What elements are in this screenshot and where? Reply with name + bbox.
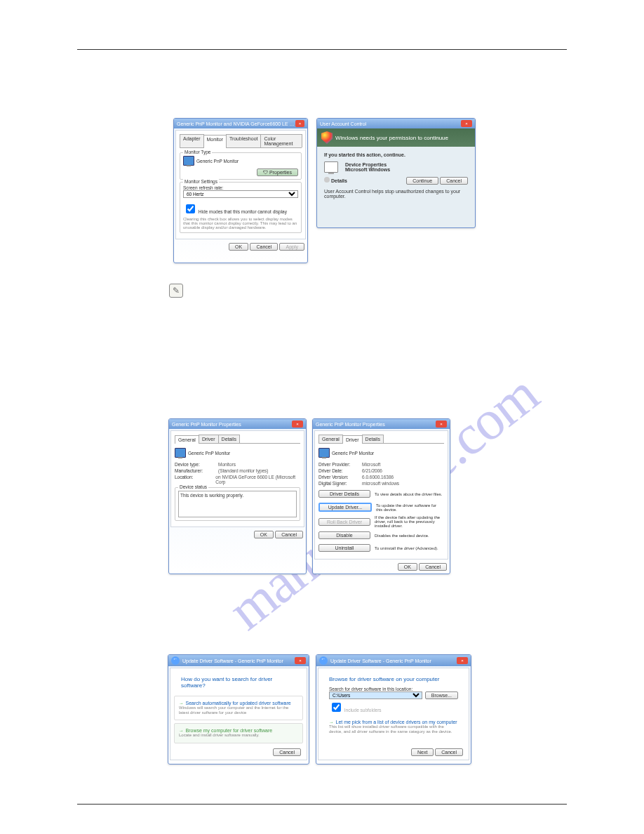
apply-button[interactable]: Apply bbox=[279, 243, 304, 251]
disable-desc: Disables the selected device. bbox=[375, 534, 444, 538]
back-icon[interactable]: ← bbox=[171, 656, 180, 665]
cancel-button[interactable]: Cancel bbox=[440, 177, 468, 185]
cancel-button[interactable]: Cancel bbox=[250, 243, 278, 251]
browse-button[interactable]: Browse... bbox=[425, 691, 458, 699]
prog-name: Device Properties bbox=[345, 162, 390, 167]
monitor-type-label: Monitor Type bbox=[183, 150, 212, 154]
status-text: This device is working properly. bbox=[178, 491, 297, 517]
hide-modes-checkbox[interactable] bbox=[186, 204, 195, 213]
button-row: OK Cancel Apply bbox=[174, 241, 307, 253]
update-driver-button[interactable]: Update Driver... bbox=[318, 503, 372, 512]
question: How do you want to search for driver sof… bbox=[174, 672, 303, 693]
hr-top bbox=[77, 49, 567, 50]
title-bar[interactable]: Generic PnP Monitor Properties× bbox=[313, 419, 450, 429]
tab-driver[interactable]: Driver bbox=[342, 435, 363, 444]
close-icon[interactable]: × bbox=[436, 421, 447, 428]
vendor-name: Microsoft Windows bbox=[345, 167, 390, 172]
rollback-button[interactable]: Roll Back Driver bbox=[318, 518, 370, 526]
location-label: Search for driver software in this locat… bbox=[322, 687, 465, 691]
title-text: Update Driver Software - Generic PnP Mon… bbox=[330, 658, 457, 663]
auto-title: Search automatically for updated driver … bbox=[186, 701, 291, 706]
pick-title: Let me pick from a list of device driver… bbox=[336, 720, 457, 724]
monitor-name: Generic PnP Monitor bbox=[196, 159, 239, 164]
hr-bot bbox=[77, 804, 567, 805]
title-text: User Account Control bbox=[320, 121, 366, 126]
title-bar[interactable]: ←Update Driver Software - Generic PnP Mo… bbox=[168, 655, 309, 666]
v-date: 6/21/2006 bbox=[362, 468, 382, 473]
close-icon[interactable]: × bbox=[461, 120, 472, 127]
monitor-props-dialog: Generic PnP Monitor and NVIDIA GeForce66… bbox=[173, 118, 308, 263]
cancel-button[interactable]: Cancel bbox=[273, 748, 301, 756]
tab-monitor[interactable]: Monitor bbox=[203, 135, 227, 148]
close-icon[interactable]: × bbox=[457, 657, 468, 664]
continue-button[interactable]: Continue bbox=[406, 177, 438, 185]
browse-option[interactable]: →Browse my computer for driver softwareL… bbox=[174, 723, 303, 743]
uac-dialog: User Account Control× Windows needs your… bbox=[316, 118, 476, 228]
close-icon[interactable]: × bbox=[292, 421, 303, 428]
tabs: General Driver Details bbox=[318, 435, 444, 444]
tab-driver[interactable]: Driver bbox=[199, 435, 219, 443]
properties-button[interactable]: 🛡 Properties bbox=[257, 168, 298, 176]
tab-adapter[interactable]: Adapter bbox=[180, 134, 204, 147]
tab-general[interactable]: General bbox=[175, 435, 199, 444]
heading: Browse for driver software on your compu… bbox=[322, 672, 465, 687]
close-icon[interactable]: × bbox=[295, 657, 306, 664]
path-select[interactable]: C:\Users bbox=[329, 691, 422, 699]
cancel-button[interactable]: Cancel bbox=[275, 531, 303, 538]
k-date: Driver Date: bbox=[318, 468, 355, 473]
v-mfr: (Standard monitor types) bbox=[218, 468, 269, 473]
device-name: Generic PnP Monitor bbox=[188, 451, 230, 456]
title-bar[interactable]: Generic PnP Monitor Properties× bbox=[169, 419, 306, 429]
started-text: If you started this action, continue. bbox=[324, 152, 468, 157]
disable-button[interactable]: Disable bbox=[318, 531, 370, 539]
uninstall-button[interactable]: Uninstall bbox=[318, 544, 370, 552]
cancel-button[interactable]: Cancel bbox=[435, 748, 463, 756]
back-icon[interactable]: ← bbox=[319, 656, 328, 665]
update-wizard-1: ←Update Driver Software - Generic PnP Mo… bbox=[168, 654, 309, 764]
title-text: Generic PnP Monitor Properties bbox=[172, 422, 241, 427]
tab-troubleshoot[interactable]: Troubleshoot bbox=[226, 134, 262, 147]
monitor-icon bbox=[318, 448, 330, 458]
ok-button[interactable]: OK bbox=[254, 531, 274, 538]
device-name: Generic PnP Monitor bbox=[332, 451, 374, 456]
tab-details[interactable]: Details bbox=[362, 435, 384, 443]
monitor-settings-label: Monitor Settings bbox=[183, 179, 219, 184]
tab-details[interactable]: Details bbox=[218, 435, 240, 443]
tab-general[interactable]: General bbox=[318, 435, 343, 443]
v-provider: Microsoft bbox=[362, 462, 380, 467]
hide-modes-label: Hide modes that this monitor cannot disp… bbox=[199, 209, 287, 214]
update-driver-desc: To update the driver software for this d… bbox=[376, 503, 444, 512]
title-text: Generic PnP Monitor and NVIDIA GeForce66… bbox=[177, 121, 295, 126]
include-checkbox[interactable] bbox=[332, 703, 341, 712]
tabs: Adapter Monitor Troubleshoot Color Manag… bbox=[180, 134, 302, 148]
v-devtype: Monitors bbox=[218, 462, 236, 467]
title-bar[interactable]: User Account Control× bbox=[317, 119, 475, 128]
title-bar[interactable]: Generic PnP Monitor and NVIDIA GeForce66… bbox=[174, 119, 307, 128]
pick-option[interactable]: →Let me pick from a list of device drive… bbox=[329, 718, 458, 736]
monitor-icon bbox=[175, 448, 186, 458]
ok-button[interactable]: OK bbox=[398, 563, 417, 571]
cancel-button[interactable]: Cancel bbox=[419, 563, 447, 571]
k-devtype: Device type: bbox=[175, 462, 211, 467]
include-label: Include subfolders bbox=[344, 708, 382, 713]
status-label: Device status bbox=[178, 484, 208, 489]
v-version: 6.0.6000.16386 bbox=[362, 475, 394, 479]
ok-button[interactable]: OK bbox=[229, 243, 248, 251]
details-link[interactable]: Details bbox=[324, 177, 347, 185]
arrow-icon: → bbox=[179, 728, 184, 733]
driver-details-desc: To view details about the driver files. bbox=[375, 492, 444, 496]
title-bar[interactable]: ←Update Driver Software - Generic PnP Mo… bbox=[316, 655, 471, 666]
close-icon[interactable]: × bbox=[295, 120, 304, 127]
k-provider: Driver Provider: bbox=[318, 462, 355, 467]
rollback-desc: If the device fails after updating the d… bbox=[375, 515, 444, 528]
hide-modes-desc: Clearing this check box allows you to se… bbox=[183, 217, 298, 230]
refresh-select[interactable]: 60 Hertz bbox=[183, 190, 298, 198]
next-button[interactable]: Next bbox=[411, 748, 434, 756]
driver-details-button[interactable]: Driver Details bbox=[318, 490, 370, 498]
general-tab-dialog: Generic PnP Monitor Properties× General … bbox=[168, 418, 307, 574]
monitor-icon bbox=[183, 156, 194, 166]
tab-colormgmt[interactable]: Color Management bbox=[260, 134, 302, 147]
auto-search-option[interactable]: →Search automatically for updated driver… bbox=[174, 696, 303, 720]
note-icon: ✎ bbox=[169, 284, 183, 298]
arrow-icon: → bbox=[329, 720, 334, 724]
